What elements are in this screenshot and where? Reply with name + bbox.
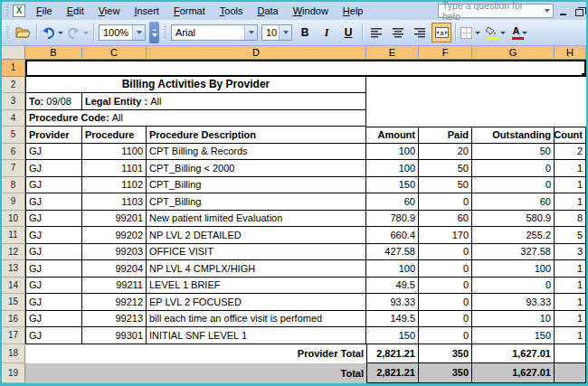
cell-count[interactable]: 5 [555, 227, 586, 244]
cell-outstanding[interactable]: 255.2 [472, 227, 555, 244]
cell-paid[interactable]: 0 [419, 278, 472, 295]
column-header-F[interactable]: F [419, 46, 472, 60]
provider-total-outstanding[interactable]: 1,627.01 [472, 344, 555, 364]
cell-outstanding[interactable]: 0 [472, 177, 555, 194]
cell-outstanding[interactable]: 60 [472, 193, 555, 211]
cell-description[interactable]: New patient limited Evaluation [147, 211, 366, 228]
column-header-G[interactable]: G [472, 46, 555, 60]
menu-view[interactable]: View [91, 4, 128, 18]
grand-total-amount[interactable]: 2,821.21 [366, 363, 419, 383]
cell-description[interactable]: CPT_Billing [147, 177, 366, 194]
cell-outstanding[interactable]: 93.33 [472, 294, 555, 311]
cell-count[interactable]: 3 [555, 244, 586, 261]
cell-procedure[interactable]: 1102 [82, 177, 147, 194]
restore-button[interactable] [573, 5, 586, 17]
grand-total-paid[interactable]: 350 [419, 363, 472, 383]
fill-color-dropdown-icon[interactable] [500, 32, 506, 34]
row-header[interactable]: 14 [2, 278, 25, 295]
cell-procedure[interactable]: 99202 [82, 227, 147, 244]
provider-total-count[interactable] [555, 344, 586, 364]
cell-count[interactable]: 1 [555, 177, 586, 194]
standard-toolbar-grip[interactable] [6, 26, 9, 39]
cell-count[interactable]: 1 [555, 294, 586, 311]
menubar-grip[interactable] [6, 5, 9, 17]
cell-provider[interactable]: GJ [25, 327, 82, 344]
menu-data[interactable]: Data [250, 4, 285, 18]
align-right-button[interactable] [410, 23, 430, 42]
cell-count[interactable]: 8 [555, 211, 586, 228]
cell-description[interactable]: OFFICE VISIT [147, 244, 366, 261]
question-help-input[interactable]: Type a question for help [438, 4, 554, 18]
cell-count[interactable]: 1 [555, 278, 586, 295]
provider-total-paid[interactable]: 350 [419, 344, 472, 364]
cell-procedure[interactable]: 99201 [82, 211, 147, 228]
row-header[interactable]: 16 [2, 311, 25, 328]
column-header-D[interactable]: D [147, 46, 366, 60]
row-header[interactable]: 12 [2, 244, 25, 261]
menu-insert[interactable]: Insert [127, 4, 166, 18]
cell-paid[interactable]: 0 [419, 244, 472, 261]
font-color-button[interactable]: A [508, 23, 532, 42]
header-outstanding[interactable]: Outstanding [472, 127, 555, 144]
header-paid[interactable]: Paid [419, 127, 472, 144]
cell-amount[interactable]: 49.5 [366, 278, 419, 295]
cell-provider[interactable]: GJ [25, 160, 82, 177]
align-center-button[interactable] [388, 23, 408, 42]
cell-provider[interactable]: GJ [25, 193, 82, 211]
cell-amount[interactable]: 100 [366, 260, 419, 278]
font-size-combobox[interactable]: 10 [261, 24, 292, 41]
cell-outstanding[interactable]: 0 [472, 160, 555, 177]
cell-provider[interactable]: GJ [25, 278, 82, 295]
grand-total-label-cell[interactable]: Total [25, 363, 366, 383]
cell-count[interactable]: 1 [555, 260, 586, 278]
menu-format[interactable]: Format [166, 4, 213, 18]
font-color-dropdown-icon[interactable] [522, 32, 527, 34]
header-count[interactable]: Count [555, 127, 586, 144]
menu-tools[interactable]: Tools [213, 4, 251, 18]
cell-amount[interactable]: 150 [366, 177, 419, 194]
provider-total-label-cell[interactable]: Provider Total [25, 344, 366, 364]
cell-outstanding[interactable]: 10 [472, 311, 555, 328]
cell-outstanding[interactable]: 50 [472, 144, 555, 161]
cell-procedure[interactable]: 99301 [82, 327, 147, 344]
cell-paid[interactable]: 60 [419, 211, 472, 228]
cell-amount[interactable]: 60 [366, 193, 419, 211]
undo-dropdown-icon[interactable] [58, 32, 63, 34]
row-header[interactable]: 15 [2, 294, 25, 311]
question-help-dropdown-icon[interactable] [541, 5, 553, 17]
cell-paid[interactable]: 0 [419, 260, 472, 278]
cell-paid[interactable]: 170 [419, 227, 472, 244]
column-header-E[interactable]: E [366, 46, 419, 60]
cell-amount[interactable]: 93.33 [366, 294, 419, 311]
cell-description[interactable]: LEVEL 1 BRIEF [147, 278, 366, 295]
row-header-2[interactable]: 2 [2, 77, 25, 94]
cell-provider[interactable]: GJ [25, 311, 82, 328]
cell-description[interactable]: NP LVL 2 DETAILED [147, 227, 366, 244]
open-button[interactable] [13, 23, 33, 42]
header-amount[interactable]: Amount [366, 127, 419, 144]
cell-count[interactable]: 1 [555, 160, 586, 177]
cell-amount[interactable]: 100 [366, 144, 419, 161]
cell-description[interactable]: CPT Billing & Records [147, 144, 366, 161]
bold-button[interactable]: B [295, 23, 315, 42]
legal-entity-cell[interactable]: Legal Entity : All [82, 93, 366, 110]
menu-file[interactable]: File [29, 4, 60, 18]
cell-provider[interactable]: GJ [25, 244, 82, 261]
cell-paid[interactable]: 50 [419, 177, 472, 194]
cell-amount[interactable]: 780.9 [366, 211, 419, 228]
cell-amount[interactable]: 149.5 [366, 311, 419, 328]
cell-provider[interactable]: GJ [25, 227, 82, 244]
cell-count[interactable]: 1 [555, 327, 586, 344]
empty-cell[interactable] [366, 77, 586, 94]
cell-procedure[interactable]: 1100 [82, 144, 147, 161]
column-header-H[interactable]: H [555, 46, 586, 60]
row-header[interactable]: 11 [2, 227, 25, 244]
cell-description[interactable]: EP LVL 2 FOCUSED [147, 294, 366, 311]
cell-description[interactable]: INITIAL SNF LEVEL 1 [147, 327, 366, 344]
cell-procedure[interactable]: 99204 [82, 260, 147, 278]
cell-amount[interactable]: 100 [366, 160, 419, 177]
cell-procedure[interactable]: 1101 [82, 160, 147, 177]
row-header[interactable]: 13 [2, 260, 25, 278]
borders-button[interactable] [460, 23, 481, 42]
borders-dropdown-icon[interactable] [475, 32, 480, 34]
